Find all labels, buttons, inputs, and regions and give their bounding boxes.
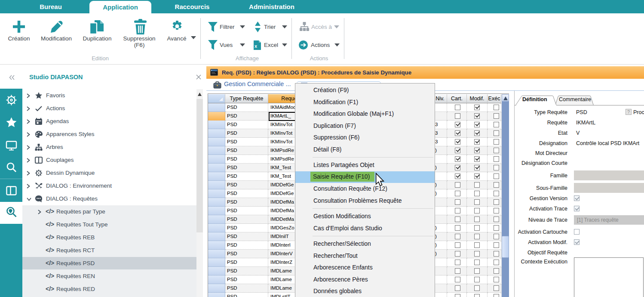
- svg-text:x: x: [255, 43, 258, 49]
